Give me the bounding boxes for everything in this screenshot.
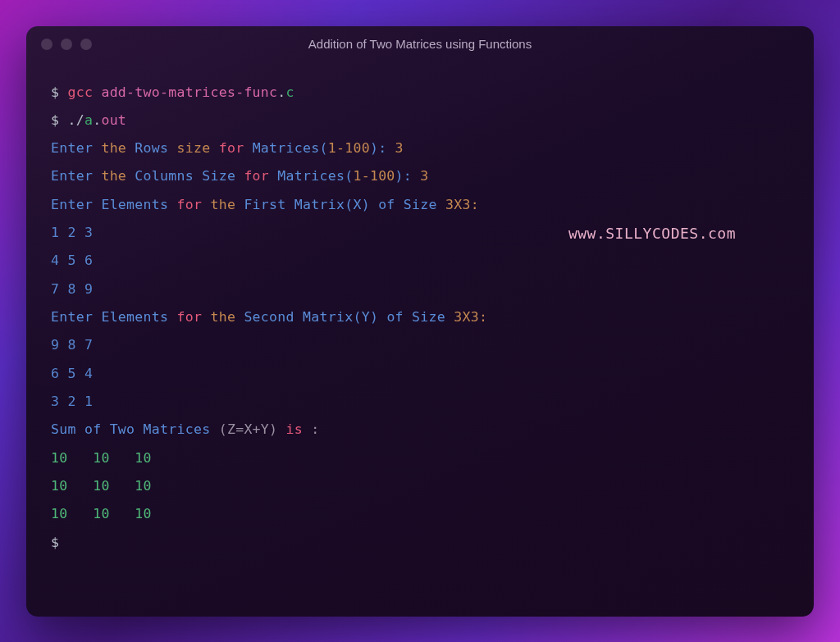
window-title: Addition of Two Matrices using Functions	[26, 37, 814, 51]
matrix-input-row: 6 5 4	[51, 360, 789, 388]
input-value: 3	[420, 168, 428, 184]
result-row: 10 10 10	[51, 444, 789, 472]
dot: .	[93, 112, 101, 128]
text: Elements	[101, 309, 168, 325]
text: Rows	[135, 140, 168, 156]
dot: .	[277, 84, 285, 100]
matrix-input-row: 9 8 7	[51, 331, 789, 359]
text: the	[210, 309, 235, 325]
input-value: 3	[395, 140, 404, 156]
text: Size	[404, 197, 437, 212]
text: Matrices	[144, 421, 211, 437]
text: the	[210, 197, 235, 212]
text: Columns	[135, 168, 194, 184]
text: ):	[395, 168, 421, 184]
matrix-input-row: 1 2 3	[51, 219, 789, 247]
text: Matrices(	[277, 168, 353, 184]
text: Second	[244, 309, 294, 325]
sum-prompt: Sum of Two Matrices (Z=X+Y) is :	[51, 416, 789, 444]
prompt-symbol: $	[51, 84, 59, 100]
dotslash: ./	[67, 112, 84, 128]
text: Enter	[51, 140, 93, 156]
text: Matrix(X)	[294, 197, 370, 212]
text: First	[244, 197, 285, 212]
result-row: 10 10 10	[51, 500, 789, 528]
run-line: $ ./a.out	[51, 107, 789, 134]
text: (Z=X+Y)	[219, 421, 278, 437]
text: for	[177, 197, 203, 212]
matrix-input-row: 4 5 6	[51, 247, 789, 275]
gcc-cmd: gcc	[67, 84, 93, 100]
text: Size	[202, 168, 235, 184]
traffic-lights	[41, 39, 92, 50]
text: is	[286, 421, 303, 437]
text: Enter	[51, 197, 93, 212]
a: a	[84, 112, 93, 128]
text: Two	[110, 421, 135, 437]
title-bar: Addition of Two Matrices using Functions	[26, 26, 814, 62]
first-matrix-prompt: Enter Elements for the First Matrix(X) o…	[51, 191, 789, 219]
text: Matrix(Y)	[303, 309, 378, 325]
text: 3X3:	[445, 197, 479, 212]
text: Elements	[101, 197, 168, 212]
terminal-body[interactable]: www.SILLYCODES.com $ gcc add-two-matrice…	[26, 62, 814, 617]
minimize-icon[interactable]	[61, 39, 72, 50]
compile-line: $ gcc add-two-matrices-func.c	[51, 79, 789, 107]
text: of	[84, 421, 101, 437]
text: Sum	[51, 421, 76, 437]
text: size	[177, 140, 211, 156]
rows-prompt-line: Enter the Rows size for Matrices(1-100):…	[51, 134, 789, 162]
file-ext: c	[286, 84, 294, 100]
text: for	[244, 168, 269, 184]
text: for	[177, 309, 203, 325]
text: 1-100	[353, 168, 395, 184]
text: Enter	[51, 168, 93, 184]
text: 3X3:	[454, 309, 487, 325]
terminal-window: Addition of Two Matrices using Functions…	[26, 26, 814, 617]
matrix-input-row: 7 8 9	[51, 275, 789, 303]
prompt-symbol: $	[51, 112, 59, 128]
text: for	[219, 140, 244, 156]
text: 1-100	[328, 140, 370, 156]
source-file: add-two-matrices-func	[101, 84, 277, 100]
text: the	[101, 140, 126, 156]
close-icon[interactable]	[41, 39, 52, 50]
matrix-input-row: 3 2 1	[51, 388, 789, 416]
maximize-icon[interactable]	[80, 39, 92, 50]
text: Size	[412, 309, 445, 325]
text: of	[386, 309, 403, 325]
text: the	[101, 168, 126, 184]
prompt-symbol: $	[51, 535, 59, 550]
text: :	[311, 421, 319, 437]
text: of	[378, 197, 395, 212]
out: out	[101, 112, 126, 128]
text: ):	[370, 140, 395, 156]
second-matrix-prompt: Enter Elements for the Second Matrix(Y) …	[51, 303, 789, 331]
text: Enter	[51, 309, 93, 325]
result-row: 10 10 10	[51, 472, 789, 500]
text: Matrices(	[253, 140, 328, 156]
final-prompt: $	[51, 529, 789, 557]
cols-prompt-line: Enter the Columns Size for Matrices(1-10…	[51, 162, 789, 190]
